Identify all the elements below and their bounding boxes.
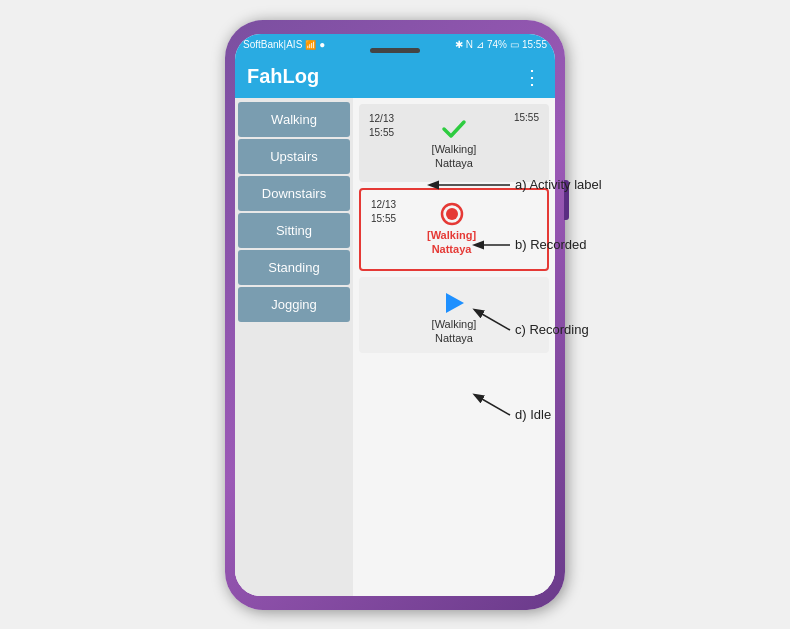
clock-time: 15:55 (522, 39, 547, 50)
status-right: ✱ N ⊿ 74% ▭ 15:55 (455, 39, 547, 50)
record-date-recorded: 12/13 15:55 (369, 112, 394, 140)
activity-item-standing[interactable]: Standing (238, 250, 350, 285)
record-label-idle: [Walking] Nattaya (432, 317, 477, 346)
record-top-row-recording: 12/13 15:55 [Walking] (371, 198, 537, 257)
activity-item-sitting[interactable]: Sitting (238, 213, 350, 248)
activity-item-walking[interactable]: Walking (238, 102, 350, 137)
record-label-recording: [Walking] Nattaya (427, 228, 476, 257)
wifi-icon: 📶 (305, 40, 316, 50)
activity-item-jogging[interactable]: Jogging (238, 287, 350, 322)
app-title: FahLog (247, 65, 319, 88)
more-options-button[interactable]: ⋮ (522, 65, 543, 89)
check-icon (440, 114, 468, 142)
wifi-icon2: ⊿ (476, 39, 484, 50)
battery-icon: ▭ (510, 39, 519, 50)
record-label-recorded: [Walking] Nattaya (432, 142, 477, 171)
record-date-recording: 12/13 15:55 (371, 198, 396, 226)
record-icon-area-idle: [Walking] Nattaya (432, 289, 477, 346)
record-dot-icon (438, 200, 466, 228)
activity-item-upstairs[interactable]: Upstairs (238, 139, 350, 174)
svg-point-1 (446, 208, 458, 220)
activity-item-downstairs[interactable]: Downstairs (238, 176, 350, 211)
phone-mockup: SoftBank|AIS 📶 ● ✱ N ⊿ 74% ▭ 15:55 FahLo… (225, 20, 565, 610)
side-button (564, 180, 569, 220)
network-icon: N (466, 39, 473, 50)
phone-screen: SoftBank|AIS 📶 ● ✱ N ⊿ 74% ▭ 15:55 FahLo… (235, 34, 555, 596)
record-icon-area-recording: [Walking] Nattaya (427, 200, 476, 257)
app-header: FahLog ⋮ (235, 56, 555, 98)
records-panel: 12/13 15:55 [Walking] Nattaya (353, 98, 555, 596)
signal-dot: ● (319, 39, 325, 50)
main-content: Walking Upstairs Downstairs Sitting Stan… (235, 98, 555, 596)
speaker (370, 48, 420, 53)
play-icon (440, 289, 468, 317)
record-card-recorded: 12/13 15:55 [Walking] Nattaya (359, 104, 549, 183)
carrier-text: SoftBank|AIS (243, 39, 302, 50)
bluetooth-icon: ✱ (455, 39, 463, 50)
svg-marker-2 (446, 293, 464, 313)
record-icon-area-recorded: [Walking] Nattaya (432, 114, 477, 171)
activity-list: Walking Upstairs Downstairs Sitting Stan… (235, 98, 353, 596)
record-card-idle: [Walking] Nattaya (359, 277, 549, 354)
battery-text: 74% (487, 39, 507, 50)
status-left: SoftBank|AIS 📶 ● (243, 39, 325, 50)
record-time-right: 15:55 (514, 112, 539, 123)
record-card-recording: 12/13 15:55 [Walking] (359, 188, 549, 271)
record-top-row-recorded: 12/13 15:55 [Walking] Nattaya (369, 112, 539, 171)
